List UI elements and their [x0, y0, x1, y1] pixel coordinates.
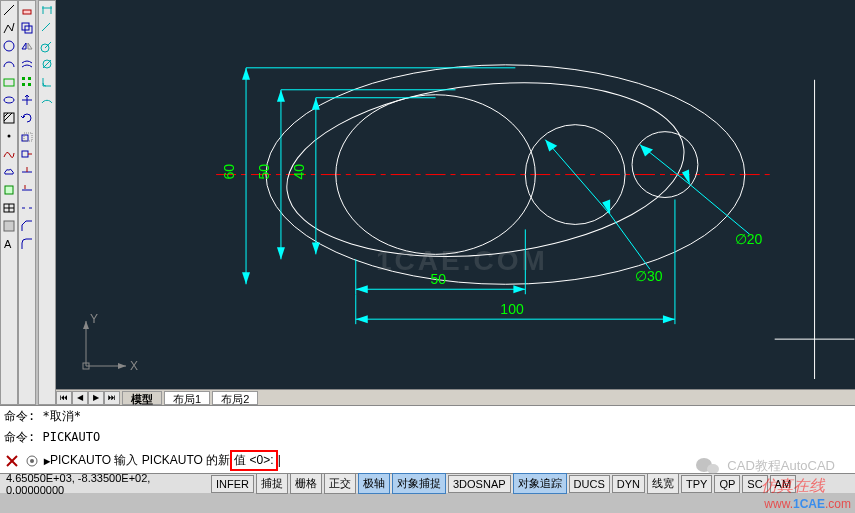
svg-marker-66 — [640, 145, 653, 157]
status-ortho[interactable]: 正交 — [324, 473, 356, 494]
svg-marker-45 — [277, 247, 285, 259]
svg-line-5 — [4, 113, 8, 117]
offset-icon[interactable] — [19, 56, 35, 72]
dim-diameter-icon[interactable] — [39, 56, 55, 72]
status-snap[interactable]: 捕捉 — [256, 473, 288, 494]
dim-toolbar — [38, 0, 56, 405]
tab-model[interactable]: 模型 — [122, 391, 162, 405]
scroll-prev-icon[interactable]: ◀ — [72, 391, 88, 405]
watermark-url: www.1CAE.com — [764, 497, 851, 511]
extend-icon[interactable] — [19, 182, 35, 198]
table-icon[interactable] — [1, 200, 17, 216]
erase-icon[interactable] — [19, 2, 35, 18]
spline-icon[interactable] — [1, 146, 17, 162]
status-polar[interactable]: 极轴 — [358, 473, 390, 494]
scale-icon[interactable] — [19, 128, 35, 144]
dim-50h: 50 — [431, 271, 447, 287]
svg-marker-58 — [356, 315, 368, 323]
tab-bar: ⏮ ◀ ▶ ⏭ 模型 布局1 布局2 — [56, 389, 855, 405]
dim-100: 100 — [500, 301, 524, 317]
scroll-first-icon[interactable]: ⏮ — [56, 391, 72, 405]
svg-rect-8 — [5, 186, 13, 194]
svg-marker-44 — [277, 90, 285, 102]
status-bar: 4.65050E+03, -8.33500E+02, 0.00000000 IN… — [0, 473, 855, 493]
status-tpy[interactable]: TPY — [681, 475, 712, 493]
status-osnap[interactable]: 对象捕捉 — [392, 473, 446, 494]
trim-icon[interactable] — [19, 164, 35, 180]
svg-marker-72 — [118, 363, 126, 369]
rect-icon[interactable] — [1, 74, 17, 90]
text-icon[interactable]: A — [1, 236, 17, 252]
svg-line-35 — [45, 42, 51, 48]
dim-angular-icon[interactable] — [39, 74, 55, 90]
hatch-icon[interactable] — [1, 110, 17, 126]
dim-linear-icon[interactable] — [39, 2, 55, 18]
drawing-canvas[interactable]: 60 50 40 50 — [56, 0, 855, 389]
arc-icon[interactable] — [1, 56, 17, 72]
dim-phi20: ∅20 — [735, 231, 763, 247]
dim-phi30: ∅30 — [635, 268, 663, 284]
coord-readout: 4.65050E+03, -8.33500E+02, 0.00000000 — [0, 472, 210, 496]
status-dyn[interactable]: DYN — [612, 475, 645, 493]
status-otrack[interactable]: 对象追踪 — [513, 473, 567, 494]
dim-aligned-icon[interactable] — [39, 20, 55, 36]
dim-radius-icon[interactable] — [39, 38, 55, 54]
line-icon[interactable] — [1, 2, 17, 18]
cmd-gear-icon[interactable] — [24, 453, 40, 469]
cmd-close-icon[interactable] — [4, 453, 20, 469]
svg-rect-17 — [22, 77, 25, 80]
point-icon[interactable] — [1, 128, 17, 144]
svg-marker-73 — [83, 321, 89, 329]
mirror-icon[interactable] — [19, 38, 35, 54]
scroll-last-icon[interactable]: ⏭ — [104, 391, 120, 405]
svg-rect-20 — [28, 83, 31, 86]
cmd-prompt[interactable]: PICKAUTO 输入 PICKAUTO 的新值 <0>:| — [50, 450, 281, 471]
svg-line-6 — [4, 113, 12, 121]
cmd-default-box: 值 <0>: — [230, 450, 277, 471]
draw-toolbar: A — [0, 0, 18, 405]
svg-marker-59 — [663, 315, 675, 323]
svg-rect-2 — [4, 79, 14, 86]
ucs-icon: X Y — [76, 311, 146, 381]
status-grid[interactable]: 栅格 — [290, 473, 322, 494]
svg-rect-18 — [28, 77, 31, 80]
status-qp[interactable]: QP — [714, 475, 740, 493]
ellipse-icon[interactable] — [1, 92, 17, 108]
svg-line-65 — [690, 185, 750, 235]
dim-arc-icon[interactable] — [39, 92, 55, 108]
circle-icon[interactable] — [1, 38, 17, 54]
tab-layout1[interactable]: 布局1 — [164, 391, 210, 405]
status-infer[interactable]: INFER — [211, 475, 254, 493]
svg-marker-41 — [242, 272, 250, 284]
svg-point-1 — [4, 41, 14, 51]
status-am[interactable]: AM — [770, 475, 797, 493]
svg-point-3 — [4, 97, 14, 103]
scroll-next-icon[interactable]: ▶ — [88, 391, 104, 405]
dim-60: 60 — [221, 164, 237, 180]
command-area: 命令: *取消* 命令: PICKAUTO ▸ PICKAUTO 输入 PICK… — [0, 405, 855, 473]
rotate-icon[interactable] — [19, 110, 35, 126]
break-icon[interactable] — [19, 200, 35, 216]
chamfer-icon[interactable] — [19, 218, 35, 234]
stretch-icon[interactable] — [19, 146, 35, 162]
svg-marker-48 — [312, 98, 320, 110]
copy-icon[interactable] — [19, 20, 35, 36]
svg-text:Y: Y — [90, 312, 98, 326]
tab-layout2[interactable]: 布局2 — [212, 391, 258, 405]
status-lwt[interactable]: 线宽 — [647, 473, 679, 494]
array-icon[interactable] — [19, 74, 35, 90]
polyline-icon[interactable] — [1, 20, 17, 36]
move-icon[interactable] — [19, 92, 35, 108]
svg-rect-21 — [22, 135, 28, 141]
cloud-icon[interactable] — [1, 164, 17, 180]
fillet-icon[interactable] — [19, 236, 35, 252]
svg-text:X: X — [130, 359, 138, 373]
status-sc[interactable]: SC — [742, 475, 767, 493]
block-icon[interactable] — [1, 182, 17, 198]
status-ducs[interactable]: DUCS — [569, 475, 610, 493]
svg-marker-67 — [682, 170, 690, 185]
status-3dosnap[interactable]: 3DOSNAP — [448, 475, 511, 493]
region-icon[interactable] — [1, 218, 17, 234]
svg-line-61 — [610, 214, 650, 269]
svg-rect-23 — [22, 151, 28, 157]
